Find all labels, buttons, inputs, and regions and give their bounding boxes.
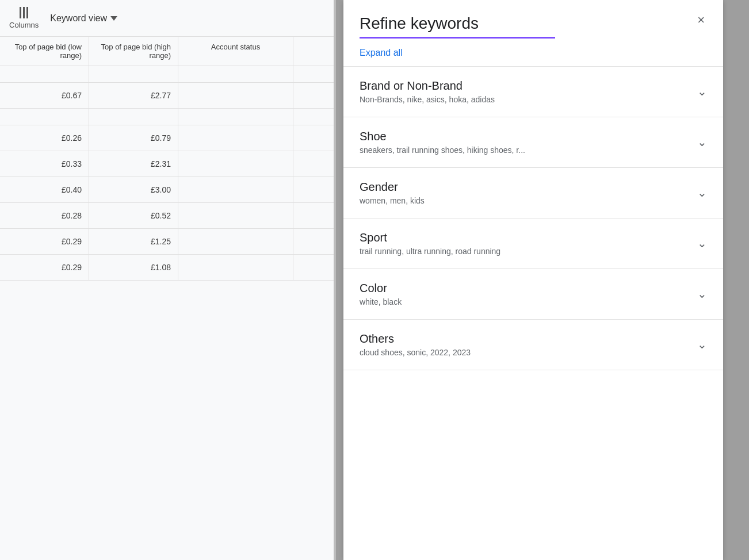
filter-item-others[interactable]: Others cloud shoes, sonic, 2022, 2023 ⌄	[343, 320, 723, 370]
filter-item-color-subtitle: white, black	[360, 297, 688, 306]
chevron-down-icon: ⌄	[697, 337, 707, 351]
filter-item-shoe[interactable]: Shoe sneakers, trail running shoes, hiki…	[343, 117, 723, 168]
refine-keywords-panel: Refine keywords × Expand all Brand or No…	[343, 0, 723, 560]
cell-high-bid: £0.52	[89, 203, 178, 228]
keyword-view-button[interactable]: Keyword view	[50, 13, 117, 24]
col-header-low-bid: Top of page bid (low range)	[0, 37, 89, 66]
chevron-down-icon: ⌄	[697, 85, 707, 98]
table-toolbar: Columns Keyword view	[0, 0, 334, 37]
filter-item-brand-subtitle: Non-Brands, nike, asics, hoka, adidas	[360, 95, 688, 104]
columns-icon	[20, 7, 28, 18]
filter-item-brand-title: Brand or Non-Brand	[360, 79, 688, 93]
filter-item-sport-subtitle: trail running, ultra running, road runni…	[360, 247, 688, 256]
panel-divider	[334, 0, 336, 560]
cell-low-bid: £0.29	[0, 229, 89, 254]
table-area: Columns Keyword view Top of page bid (lo…	[0, 0, 334, 560]
filter-item-color-title: Color	[360, 282, 688, 295]
table-row: £0.29 £1.08	[0, 255, 334, 281]
close-button[interactable]: ×	[695, 11, 707, 29]
filter-item-others-content: Others cloud shoes, sonic, 2022, 2023	[360, 332, 688, 357]
cell-high-bid	[89, 66, 178, 82]
columns-label: Columns	[9, 21, 39, 29]
table-row: £0.67 £2.77	[0, 83, 334, 109]
filter-item-brand-content: Brand or Non-Brand Non-Brands, nike, asi…	[360, 79, 688, 104]
panel-header: Refine keywords ×	[343, 0, 723, 39]
cell-low-bid: £0.40	[0, 177, 89, 202]
filter-item-others-subtitle: cloud shoes, sonic, 2022, 2023	[360, 348, 688, 357]
cell-low-bid	[0, 66, 89, 82]
filter-item-gender-subtitle: women, men, kids	[360, 196, 688, 205]
filter-item-gender[interactable]: Gender women, men, kids ⌄	[343, 168, 723, 218]
table-row: £0.28 £0.52	[0, 203, 334, 229]
panel-title: Refine keywords	[360, 14, 555, 33]
filter-item-gender-content: Gender women, men, kids	[360, 181, 688, 205]
expand-all-container: Expand all	[343, 39, 723, 66]
filter-item-sport-content: Sport trail running, ultra running, road…	[360, 231, 688, 256]
cell-low-bid: £0.26	[0, 125, 89, 151]
filter-item-others-title: Others	[360, 332, 688, 346]
cell-low-bid: £0.33	[0, 151, 89, 177]
filter-item-sport[interactable]: Sport trail running, ultra running, road…	[343, 218, 723, 269]
cell-account-status	[178, 229, 293, 254]
filter-item-shoe-subtitle: sneakers, trail running shoes, hiking sh…	[360, 145, 688, 155]
filter-item-color-content: Color white, black	[360, 282, 688, 306]
cell-low-bid: £0.29	[0, 255, 89, 280]
chevron-down-icon: ⌄	[697, 135, 707, 149]
cell-high-bid	[89, 109, 178, 125]
cell-high-bid: £2.31	[89, 151, 178, 177]
chevron-down-icon: ⌄	[697, 236, 707, 250]
table-column-headers: Top of page bid (low range) Top of page …	[0, 37, 334, 66]
table-row: £0.29 £1.25	[0, 229, 334, 255]
cell-account-status	[178, 125, 293, 151]
cell-account-status	[178, 151, 293, 177]
expand-all-button[interactable]: Expand all	[360, 48, 403, 58]
cell-account-status	[178, 83, 293, 108]
cell-account-status	[178, 109, 293, 125]
cell-low-bid: £0.67	[0, 83, 89, 108]
filter-item-brand[interactable]: Brand or Non-Brand Non-Brands, nike, asi…	[343, 67, 723, 117]
col-header-account-status: Account status	[178, 37, 293, 66]
filter-item-shoe-title: Shoe	[360, 130, 688, 143]
table-row: £0.40 £3.00	[0, 177, 334, 203]
cell-high-bid: £2.77	[89, 83, 178, 108]
chevron-down-icon: ⌄	[697, 186, 707, 200]
cell-account-status	[178, 255, 293, 280]
cell-low-bid	[0, 109, 89, 125]
cell-high-bid: £1.25	[89, 229, 178, 254]
filter-item-sport-title: Sport	[360, 231, 688, 244]
filter-item-shoe-content: Shoe sneakers, trail running shoes, hiki…	[360, 130, 688, 155]
cell-low-bid: £0.28	[0, 203, 89, 228]
filter-item-gender-title: Gender	[360, 181, 688, 194]
panel-title-container: Refine keywords	[360, 14, 555, 39]
table-row: £0.33 £2.31	[0, 151, 334, 177]
table-row	[0, 109, 334, 125]
columns-button[interactable]: Columns	[9, 7, 39, 29]
filter-item-color[interactable]: Color white, black ⌄	[343, 269, 723, 320]
table-row: £0.26 £0.79	[0, 125, 334, 151]
table-body: £0.67 £2.77 £0.26 £0.79 £0.33 £2.31 £0.4…	[0, 66, 334, 281]
cell-account-status	[178, 203, 293, 228]
cell-high-bid: £3.00	[89, 177, 178, 202]
cell-high-bid: £0.79	[89, 125, 178, 151]
cell-high-bid: £1.08	[89, 255, 178, 280]
chevron-down-icon: ⌄	[697, 287, 707, 301]
col-header-high-bid: Top of page bid (high range)	[89, 37, 178, 66]
cell-account-status	[178, 177, 293, 202]
cell-account-status	[178, 66, 293, 82]
panel-title-underline	[360, 37, 555, 39]
keyword-view-label: Keyword view	[50, 13, 107, 24]
chevron-down-icon	[110, 16, 117, 21]
table-row	[0, 66, 334, 83]
